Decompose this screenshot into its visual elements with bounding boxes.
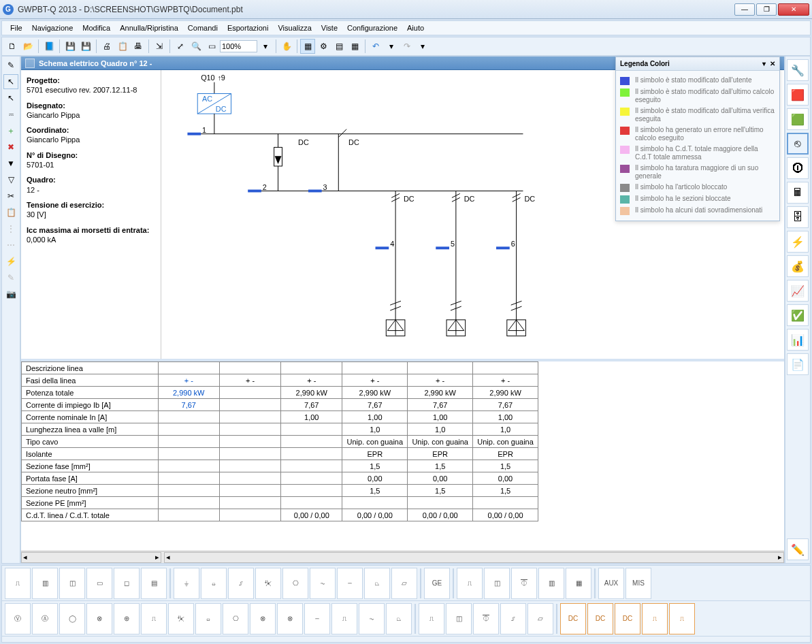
- zoom-page-icon[interactable]: ▭: [204, 39, 219, 54]
- sym2-6[interactable]: ⎍: [141, 603, 167, 634]
- cell[interactable]: 1,5: [473, 485, 538, 497]
- cell[interactable]: [281, 362, 342, 374]
- legend-panel[interactable]: Legenda Colori ▾ ✕ Il simbolo è stato mo…: [615, 57, 780, 221]
- tool-cabinet-icon[interactable]: 🗄: [787, 206, 809, 228]
- cell[interactable]: [342, 362, 408, 374]
- cell[interactable]: [158, 497, 219, 509]
- tool-check-icon[interactable]: ✅: [787, 304, 809, 326]
- sym-8[interactable]: ⏛: [201, 568, 227, 599]
- cell[interactable]: [408, 362, 473, 374]
- cell[interactable]: 1,00: [408, 411, 473, 423]
- cell[interactable]: + -: [473, 374, 538, 387]
- menu-visualizza[interactable]: Visualizza: [274, 22, 315, 33]
- zoom-dropdown-icon[interactable]: ▾: [258, 39, 273, 54]
- cell[interactable]: [158, 362, 219, 374]
- note-icon[interactable]: ✎: [3, 270, 18, 285]
- menu-annulla[interactable]: Annulla/Ripristina: [116, 22, 182, 33]
- maximize-button[interactable]: ❐: [756, 3, 777, 16]
- sym2-19[interactable]: ⎎: [500, 603, 526, 634]
- sym-3[interactable]: ◫: [59, 568, 85, 599]
- menu-viste[interactable]: Viste: [317, 22, 342, 33]
- sym-7[interactable]: ⏚: [174, 568, 199, 599]
- cell[interactable]: [281, 485, 342, 497]
- zoom-icon[interactable]: 🔍: [189, 39, 204, 54]
- sym-5[interactable]: ◻: [114, 568, 140, 599]
- cell[interactable]: [158, 436, 219, 448]
- cell[interactable]: [219, 472, 280, 485]
- cell[interactable]: 0,00 / 0,00: [408, 509, 473, 521]
- minimize-button[interactable]: —: [734, 3, 755, 16]
- tool-register-icon[interactable]: 💰: [787, 255, 809, 277]
- book-icon[interactable]: 📘: [42, 39, 56, 54]
- cell[interactable]: 7,67: [473, 399, 538, 411]
- cell[interactable]: [158, 485, 219, 497]
- cell[interactable]: 2,990 kW: [473, 387, 538, 399]
- cell[interactable]: + -: [408, 374, 473, 387]
- menu-esportazioni[interactable]: Esportazioni: [223, 22, 273, 33]
- redo-icon[interactable]: ↷: [400, 39, 415, 54]
- cell[interactable]: 7,67: [342, 399, 408, 411]
- undo-dropdown-icon[interactable]: ▾: [384, 39, 399, 54]
- sym2-dc2[interactable]: DC: [587, 603, 613, 634]
- sym-11[interactable]: ⎔: [282, 568, 308, 599]
- cell[interactable]: [342, 497, 408, 509]
- sym-15[interactable]: ⏥: [391, 568, 417, 599]
- sym-17[interactable]: ◫: [484, 568, 510, 599]
- sym2-dc3[interactable]: DC: [615, 603, 640, 634]
- cell[interactable]: [281, 460, 342, 472]
- sym2-8[interactable]: ⏛: [195, 603, 221, 634]
- plug-icon[interactable]: ⚡: [3, 254, 18, 269]
- delete-icon[interactable]: ✖: [3, 140, 18, 155]
- tool-calc-icon[interactable]: 🖩: [787, 182, 809, 204]
- cell[interactable]: 1,5: [342, 460, 408, 472]
- sym-aux[interactable]: AUX: [598, 568, 624, 599]
- menu-navigazione[interactable]: Navigazione: [28, 22, 78, 33]
- cell[interactable]: [219, 411, 280, 423]
- sym-12[interactable]: ⏦: [310, 568, 336, 599]
- cell[interactable]: EPR: [473, 448, 538, 460]
- cell[interactable]: [219, 423, 280, 436]
- cell[interactable]: 0,00 / 0,00: [281, 509, 342, 521]
- cell[interactable]: [219, 485, 280, 497]
- print-icon[interactable]: 🖨: [99, 39, 114, 54]
- sym-19[interactable]: ▥: [538, 568, 564, 599]
- export-icon[interactable]: ⇲: [152, 39, 167, 54]
- sym2-14[interactable]: ⏦: [359, 603, 385, 634]
- cell[interactable]: [219, 399, 280, 411]
- open-icon[interactable]: 📂: [20, 39, 35, 54]
- cell[interactable]: [219, 497, 280, 509]
- sym2-15[interactable]: ⏢: [386, 603, 412, 634]
- sym-9[interactable]: ⎎: [228, 568, 254, 599]
- cell[interactable]: 0,00: [408, 472, 473, 485]
- cell[interactable]: 2,990 kW: [342, 387, 408, 399]
- sym-20[interactable]: ▦: [566, 568, 591, 599]
- zoom-fit-icon[interactable]: ⤢: [173, 39, 188, 54]
- cell[interactable]: Unip. con guaina: [408, 436, 473, 448]
- tool-cube-icon[interactable]: 🟥: [787, 84, 809, 106]
- sym-2[interactable]: ▥: [32, 568, 58, 599]
- menu-modifica[interactable]: Modifica: [78, 22, 114, 33]
- sym2-20[interactable]: ⏥: [527, 603, 553, 634]
- cell[interactable]: 2,990 kW: [408, 387, 473, 399]
- close-button[interactable]: ✕: [778, 3, 809, 16]
- tool-transformer-icon[interactable]: ⚡: [787, 231, 809, 253]
- cell[interactable]: 2,990 kW: [281, 387, 342, 399]
- cell[interactable]: 1,0: [473, 423, 538, 436]
- cell[interactable]: [158, 411, 219, 423]
- cell[interactable]: [281, 472, 342, 485]
- cell[interactable]: EPR: [408, 448, 473, 460]
- ungroup-icon[interactable]: ⋯: [3, 238, 18, 253]
- table-scrollbar[interactable]: ◂▸ ◂▸: [21, 551, 784, 563]
- cell[interactable]: [158, 472, 219, 485]
- settings-icon[interactable]: ⚙: [316, 39, 331, 54]
- sym-10[interactable]: ⏧: [255, 568, 281, 599]
- tool-graph-icon[interactable]: 📈: [787, 280, 809, 302]
- edit-icon[interactable]: ✎: [3, 58, 18, 73]
- paste-icon[interactable]: 📋: [3, 205, 18, 220]
- cell[interactable]: [281, 497, 342, 509]
- sym2-dc5[interactable]: ⎍: [669, 603, 695, 634]
- cell[interactable]: Unip. con guaina: [342, 436, 408, 448]
- sym-14[interactable]: ⏢: [364, 568, 390, 599]
- menu-configurazione[interactable]: Configurazione: [343, 22, 402, 33]
- filter2-icon[interactable]: ▽: [3, 172, 18, 187]
